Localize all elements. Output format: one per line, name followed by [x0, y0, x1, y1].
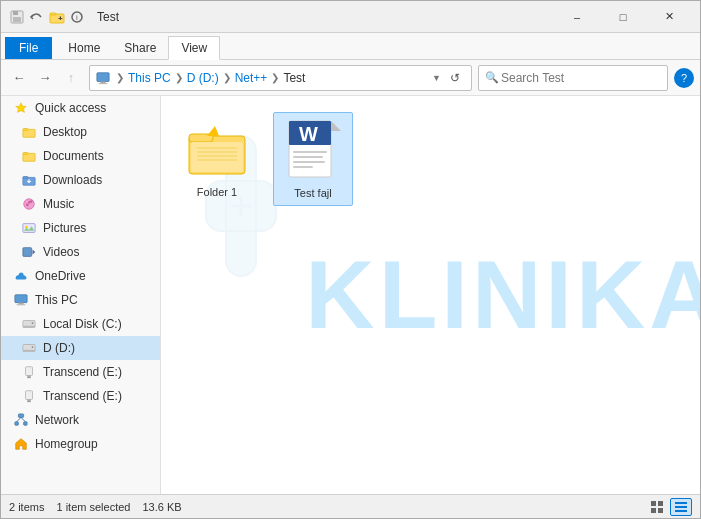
svg-rect-72 — [675, 510, 687, 512]
sidebar-item-d-drive[interactable]: D (D:) — [1, 336, 160, 360]
file-item-folder1[interactable]: Folder 1 — [177, 112, 257, 206]
music-icon — [21, 196, 37, 212]
up-button[interactable]: ↑ — [59, 66, 83, 90]
help-button[interactable]: ? — [674, 68, 694, 88]
sidebar-item-videos[interactable]: Videos — [1, 240, 160, 264]
search-input[interactable] — [501, 71, 661, 85]
sidebar-label-pictures: Pictures — [43, 221, 86, 235]
path-netpp[interactable]: Net++ — [235, 71, 268, 85]
sidebar-label-downloads: Downloads — [43, 173, 102, 187]
local-disk-icon — [21, 316, 37, 332]
svg-rect-34 — [27, 376, 31, 378]
file-item-test-fajl[interactable]: W Test fajl — [273, 112, 353, 206]
svg-rect-31 — [23, 350, 35, 352]
new-folder-icon[interactable]: + — [49, 9, 65, 25]
file-label-test-fajl: Test fajl — [294, 187, 331, 199]
status-selection: 1 item selected — [56, 501, 130, 513]
svg-rect-70 — [675, 502, 687, 504]
network-icon — [13, 412, 29, 428]
sidebar-item-music[interactable]: Music — [1, 192, 160, 216]
save-icon[interactable] — [9, 9, 25, 25]
homegroup-icon — [13, 436, 29, 452]
sidebar-item-this-pc[interactable]: This PC — [1, 288, 160, 312]
svg-rect-20 — [23, 224, 35, 233]
downloads-icon — [21, 172, 37, 188]
sidebar-item-transcend-e1[interactable]: Transcend (E:) — [1, 360, 160, 384]
path-this-pc[interactable] — [96, 70, 112, 85]
svg-rect-68 — [651, 508, 656, 513]
sidebar-label-this-pc: This PC — [35, 293, 78, 307]
usb-drive-icon-2 — [21, 388, 37, 404]
star-icon — [13, 100, 29, 116]
svg-rect-69 — [658, 508, 663, 513]
ribbon-tabs: File Home Share View — [1, 33, 700, 59]
ribbon: File Home Share View — [1, 33, 700, 60]
svg-rect-52 — [191, 142, 243, 172]
path-d-drive[interactable]: D (D:) — [187, 71, 219, 85]
sidebar-item-documents[interactable]: Documents — [1, 144, 160, 168]
minimize-button[interactable]: – — [554, 1, 600, 33]
sidebar-label-local-disk-c: Local Disk (C:) — [43, 317, 122, 331]
path-this-pc-label[interactable]: This PC — [128, 71, 171, 85]
tab-home[interactable]: Home — [56, 37, 112, 59]
tab-file[interactable]: File — [5, 37, 52, 59]
tab-view[interactable]: View — [168, 36, 220, 60]
close-button[interactable]: ✕ — [646, 1, 692, 33]
window-controls: – □ ✕ — [554, 1, 692, 33]
svg-rect-2 — [13, 17, 21, 22]
svg-rect-36 — [26, 391, 33, 400]
refresh-button[interactable]: ↺ — [445, 68, 465, 88]
svg-rect-15 — [23, 153, 28, 155]
path-test: Test — [283, 71, 305, 85]
properties-icon[interactable]: i — [69, 9, 85, 25]
main-area: Quick access Desktop Documents Downloads — [1, 96, 700, 494]
svg-rect-28 — [23, 326, 35, 328]
svg-rect-67 — [658, 501, 663, 506]
sidebar-label-music: Music — [43, 197, 74, 211]
sidebar-item-homegroup[interactable]: Homegroup — [1, 432, 160, 456]
sidebar-label-quick-access: Quick access — [35, 101, 106, 115]
svg-rect-37 — [27, 400, 31, 402]
svg-marker-59 — [331, 121, 341, 131]
word-doc-icon: W — [281, 119, 345, 183]
sidebar-item-quick-access[interactable]: Quick access — [1, 96, 160, 120]
svg-marker-11 — [16, 103, 27, 113]
svg-rect-64 — [293, 161, 325, 163]
sidebar-label-homegroup: Homegroup — [35, 437, 98, 451]
details-view-button[interactable] — [670, 498, 692, 516]
title-bar-icons: + i — [9, 9, 85, 25]
sidebar-item-onedrive[interactable]: OneDrive — [1, 264, 160, 288]
large-icons-view-button[interactable] — [646, 498, 668, 516]
maximize-button[interactable]: □ — [600, 1, 646, 33]
d-drive-icon — [21, 340, 37, 356]
svg-rect-41 — [24, 422, 28, 426]
svg-rect-13 — [23, 129, 28, 131]
svg-rect-17 — [23, 177, 28, 179]
address-bar[interactable]: ❯ This PC ❯ D (D:) ❯ Net++ ❯ Test ▼ ↺ — [89, 65, 472, 91]
undo-icon[interactable] — [29, 9, 45, 25]
svg-marker-23 — [33, 249, 36, 254]
search-bar[interactable]: 🔍 — [478, 65, 668, 91]
watermark-text: KLINIKA — [305, 240, 700, 350]
path-sep-2: ❯ — [175, 72, 183, 83]
sidebar-item-desktop[interactable]: Desktop — [1, 120, 160, 144]
svg-text:i: i — [76, 13, 78, 22]
documents-folder-icon — [21, 148, 37, 164]
sidebar-item-pictures[interactable]: Pictures — [1, 216, 160, 240]
svg-point-29 — [32, 322, 34, 324]
sidebar-item-transcend-e2[interactable]: Transcend (E:) — [1, 384, 160, 408]
onedrive-icon — [13, 268, 29, 284]
address-dropdown-icon[interactable]: ▼ — [432, 73, 441, 83]
path-sep-3: ❯ — [223, 72, 231, 83]
sidebar-item-local-disk-c[interactable]: Local Disk (C:) — [1, 312, 160, 336]
svg-rect-4 — [50, 13, 56, 15]
status-item-count: 2 items — [9, 501, 44, 513]
svg-point-18 — [24, 199, 35, 210]
sidebar-item-network[interactable]: Network — [1, 408, 160, 432]
tab-share[interactable]: Share — [112, 37, 168, 59]
back-button[interactable]: ← — [7, 66, 31, 90]
svg-rect-39 — [18, 414, 23, 418]
svg-text:W: W — [299, 123, 318, 145]
forward-button[interactable]: → — [33, 66, 57, 90]
sidebar-item-downloads[interactable]: Downloads — [1, 168, 160, 192]
